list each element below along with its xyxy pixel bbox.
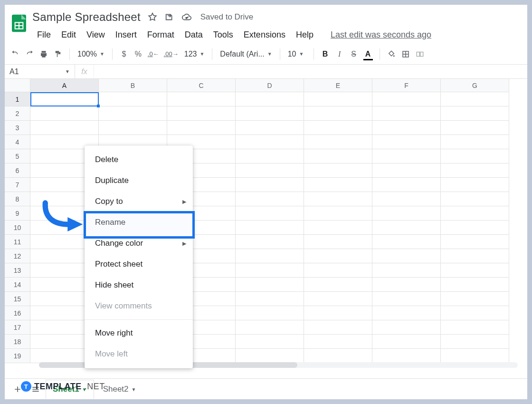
all-sheets-button[interactable] (28, 381, 44, 397)
menu-data[interactable]: Data (180, 28, 208, 42)
context-menu-item[interactable]: Duplicate (85, 170, 193, 191)
strike-button[interactable]: S (347, 47, 361, 61)
menu-format[interactable]: Format (142, 28, 179, 42)
cell[interactable] (441, 249, 509, 263)
col-header[interactable]: E (304, 79, 372, 92)
row-header[interactable]: 17 (5, 320, 30, 335)
cell[interactable] (236, 164, 304, 178)
paint-format-button[interactable] (51, 47, 65, 61)
cell[interactable] (236, 121, 304, 135)
star-icon[interactable] (147, 12, 158, 22)
context-menu-item[interactable]: Move right (85, 323, 193, 344)
cell[interactable] (236, 92, 304, 106)
borders-button[interactable] (399, 47, 412, 61)
cell[interactable] (441, 178, 509, 192)
col-header[interactable]: C (167, 79, 236, 92)
cell[interactable] (441, 349, 509, 363)
cell[interactable] (441, 106, 509, 121)
row-header[interactable]: 13 (5, 263, 30, 278)
row-header[interactable]: 19 (5, 349, 30, 363)
cell[interactable] (236, 306, 304, 320)
col-header[interactable]: B (99, 79, 167, 92)
undo-button[interactable] (9, 47, 22, 61)
context-menu-item[interactable]: Copy to▶ (85, 191, 193, 212)
italic-button[interactable]: I (333, 47, 346, 61)
cell[interactable] (441, 135, 509, 149)
cell[interactable] (441, 263, 509, 278)
cell[interactable] (99, 92, 167, 106)
cell[interactable] (441, 292, 509, 306)
cell[interactable] (304, 178, 372, 192)
redo-button[interactable] (23, 47, 36, 61)
cloud-icon[interactable] (181, 12, 192, 22)
cell[interactable] (30, 121, 99, 135)
text-color-button[interactable]: A (361, 47, 375, 61)
cell[interactable] (236, 349, 304, 363)
cell[interactable] (441, 164, 509, 178)
percent-button[interactable]: % (132, 47, 145, 61)
last-edit-link[interactable]: Last edit was seconds ago (326, 28, 436, 42)
cell[interactable] (372, 335, 441, 349)
cell[interactable] (304, 192, 372, 206)
row-header[interactable]: 14 (5, 278, 30, 292)
menu-extensions[interactable]: Extensions (239, 28, 290, 42)
cell[interactable] (304, 221, 372, 235)
row-header[interactable]: 8 (5, 192, 30, 206)
cell[interactable] (372, 235, 441, 249)
row-header[interactable]: 10 (5, 221, 30, 235)
cell[interactable] (372, 320, 441, 335)
cell[interactable] (304, 320, 372, 335)
cell[interactable] (372, 206, 441, 221)
cell[interactable] (304, 92, 372, 106)
cell[interactable] (372, 106, 441, 121)
cell[interactable] (441, 206, 509, 221)
row-header[interactable]: 12 (5, 249, 30, 263)
row-header[interactable]: 15 (5, 292, 30, 306)
cell[interactable] (236, 320, 304, 335)
chevron-down-icon[interactable]: ▼ (82, 387, 87, 392)
cell[interactable] (236, 221, 304, 235)
number-format-select[interactable]: 123▼ (181, 50, 208, 58)
cell[interactable] (372, 192, 441, 206)
row-header[interactable]: 18 (5, 335, 30, 349)
col-header[interactable]: A (30, 79, 99, 92)
col-header[interactable]: F (372, 79, 441, 92)
cell[interactable] (30, 92, 99, 106)
context-menu-item[interactable]: Hide sheet (85, 275, 193, 296)
name-box[interactable]: A1 ▼ (5, 65, 75, 78)
cell[interactable] (372, 349, 441, 363)
cell[interactable] (372, 135, 441, 149)
chevron-down-icon[interactable]: ▼ (132, 387, 136, 392)
cell[interactable] (304, 235, 372, 249)
cell[interactable] (30, 106, 99, 121)
increase-decimal-button[interactable]: .00→ (162, 47, 180, 61)
row-header[interactable]: 4 (5, 135, 30, 149)
cell[interactable] (441, 192, 509, 206)
select-all-corner[interactable] (5, 79, 30, 92)
row-header[interactable]: 9 (5, 206, 30, 221)
cell[interactable] (167, 92, 236, 106)
menu-file[interactable]: File (32, 28, 56, 42)
col-header[interactable]: D (236, 79, 304, 92)
context-menu-item[interactable]: Delete (85, 149, 193, 170)
fill-color-button[interactable] (385, 47, 398, 61)
cell[interactable] (441, 149, 509, 164)
menu-view[interactable]: View (82, 28, 110, 42)
cell[interactable] (372, 221, 441, 235)
spreadsheet-grid[interactable]: A B C D E F G 12345678910111213141516171… (5, 79, 527, 371)
cell[interactable] (304, 121, 372, 135)
menu-insert[interactable]: Insert (111, 28, 142, 42)
cell[interactable] (304, 263, 372, 278)
cell[interactable] (372, 178, 441, 192)
sheets-logo[interactable] (8, 8, 30, 39)
cell[interactable] (236, 263, 304, 278)
move-icon[interactable] (164, 12, 175, 22)
cell[interactable] (372, 292, 441, 306)
row-header[interactable]: 11 (5, 235, 30, 249)
cell[interactable] (167, 121, 236, 135)
cell[interactable] (441, 306, 509, 320)
cell[interactable] (372, 263, 441, 278)
menu-tools[interactable]: Tools (209, 28, 238, 42)
cell[interactable] (236, 149, 304, 164)
doc-title[interactable]: Sample Spreadsheet (32, 10, 141, 24)
